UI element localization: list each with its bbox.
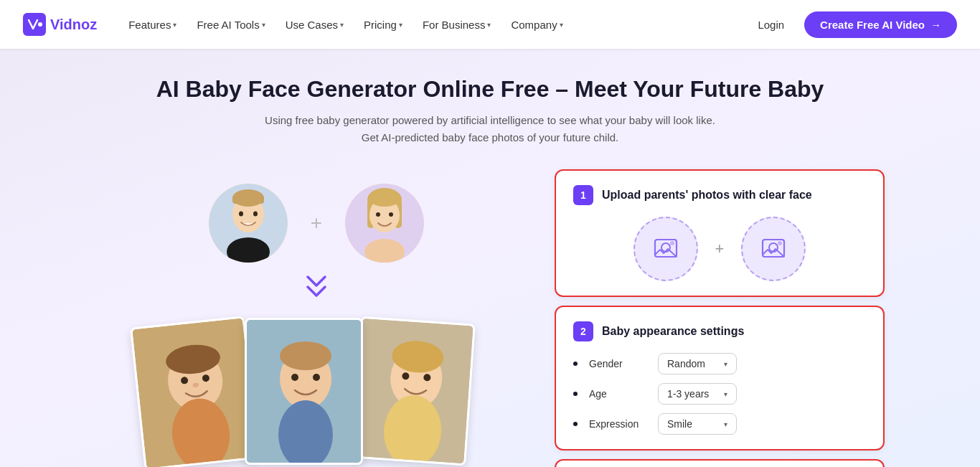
bullet-dot — [573, 422, 578, 426]
nav-for-business[interactable]: For Business ▾ — [414, 13, 500, 37]
content-area: + — [95, 169, 885, 467]
parent-male-avatar — [209, 184, 288, 263]
svg-point-27 — [280, 341, 331, 370]
step2-number: 2 — [573, 321, 593, 341]
chevron-down-icon: ▾ — [560, 21, 563, 29]
main-content: AI Baby Face Generator Online Free – Mee… — [0, 49, 980, 467]
chevron-down-icon: ▾ — [173, 21, 176, 29]
svg-rect-6 — [232, 195, 264, 204]
baby-photo-3 — [351, 316, 475, 466]
logo-text: Vidnoz — [50, 16, 97, 33]
nav-features[interactable]: Features ▾ — [120, 13, 185, 37]
arrow-icon: → — [930, 19, 941, 31]
chevron-down-icon: ▾ — [724, 390, 727, 398]
parent-female-avatar — [345, 184, 424, 263]
baby-photo-1 — [130, 316, 259, 467]
gender-row: Gender Random ▾ — [573, 353, 866, 374]
chevron-down-icon: ▾ — [262, 21, 265, 29]
chevron-down-icon: ▾ — [487, 21, 491, 29]
upload-row: + — [573, 217, 866, 281]
right-panel: 1 Upload parents' photos with clear face… — [555, 169, 885, 467]
gender-select[interactable]: Random ▾ — [658, 353, 737, 374]
svg-point-7 — [239, 212, 243, 217]
bullet-dot — [573, 362, 578, 366]
parents-plus-icon: + — [311, 212, 322, 235]
svg-point-17 — [389, 212, 393, 217]
chevron-down-icon: ▾ — [724, 420, 727, 428]
step1-card: 1 Upload parents' photos with clear face… — [555, 169, 885, 297]
expression-label: Expression — [589, 418, 646, 430]
step2-title: Baby appearance settings — [602, 325, 744, 338]
baby-photo-2 — [245, 318, 363, 465]
nav-free-ai-tools[interactable]: Free AI Tools ▾ — [188, 13, 273, 37]
expression-select[interactable]: Smile ▾ — [658, 413, 737, 435]
expression-row: Expression Smile ▾ — [573, 413, 866, 435]
nav-pricing[interactable]: Pricing ▾ — [355, 13, 411, 37]
age-select[interactable]: 1-3 years ▾ — [658, 383, 737, 405]
svg-point-8 — [253, 212, 258, 217]
upload-father-button[interactable] — [633, 217, 698, 281]
step2-card: 2 Baby appearance settings Gender Random… — [555, 306, 885, 451]
page-title: AI Baby Face Generator Online Free – Mee… — [156, 75, 824, 103]
nav-links: Features ▾ Free AI Tools ▾ Use Cases ▾ P… — [120, 13, 749, 37]
logo[interactable]: Vidnoz — [23, 13, 97, 36]
step1-title: Upload parents' photos with clear face — [602, 189, 812, 202]
step2-header: 2 Baby appearance settings — [573, 321, 866, 341]
navigation: Vidnoz Features ▾ Free AI Tools ▾ Use Ca… — [0, 0, 980, 49]
left-panel: + — [95, 169, 537, 467]
create-free-ai-video-button[interactable]: Create Free AI Video → — [804, 11, 957, 38]
nav-actions: Login Create Free AI Video → — [749, 11, 957, 38]
svg-point-29 — [313, 374, 320, 381]
chevron-down-icon: ▾ — [724, 360, 727, 368]
step1-header: 1 Upload parents' photos with clear face — [573, 185, 866, 205]
upload-mother-button[interactable] — [741, 217, 806, 281]
baby-photos-row — [137, 314, 496, 467]
svg-point-28 — [291, 374, 298, 381]
bullet-dot — [573, 392, 578, 396]
login-button[interactable]: Login — [749, 13, 793, 37]
nav-company[interactable]: Company ▾ — [502, 13, 571, 37]
hero-subtitle: Using free baby generator powered by art… — [265, 112, 715, 146]
chevron-down-icon: ▾ — [340, 21, 344, 29]
double-chevron-icon — [302, 274, 331, 303]
chevron-down-icon: ▾ — [399, 21, 402, 29]
svg-point-39 — [670, 241, 674, 245]
age-row: Age 1-3 years ▾ — [573, 383, 866, 405]
age-label: Age — [589, 388, 646, 400]
parents-row: + — [209, 184, 424, 263]
upload-plus-icon: + — [715, 240, 725, 258]
step3-card-partial: 3 Click Generate Now to start — [555, 459, 885, 467]
gender-label: Gender — [589, 358, 646, 369]
svg-point-1 — [38, 22, 42, 27]
svg-point-16 — [376, 212, 380, 217]
step1-number: 1 — [573, 185, 593, 205]
nav-use-cases[interactable]: Use Cases ▾ — [277, 13, 352, 37]
svg-point-42 — [778, 241, 782, 245]
svg-point-15 — [369, 192, 400, 207]
